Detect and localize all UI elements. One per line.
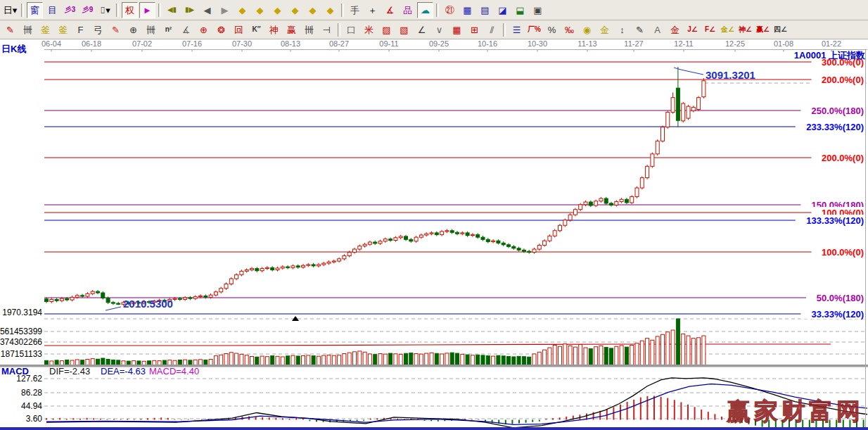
volume-bar	[55, 360, 58, 365]
volume-bar	[343, 353, 346, 365]
volume-bar	[512, 357, 516, 365]
candle	[50, 299, 53, 301]
volume-bar	[430, 353, 433, 365]
volume-bar	[153, 360, 156, 365]
volume-bar	[481, 355, 485, 365]
volume-bar	[687, 336, 690, 365]
volume-bar	[322, 355, 326, 365]
date-tick-label: 11-27	[624, 39, 643, 48]
volume-bar	[568, 346, 572, 365]
volume-bar	[184, 360, 187, 365]
candle	[255, 269, 259, 271]
volume-bar	[671, 330, 675, 365]
app-window: 日▾窗目彡3彡9⌷▾权►◀▮▮▶◀▶◆◆◆◆◆◆手＋∡品☁㉑▦▤◪⬓▣ ✎卌釜釜…	[0, 0, 868, 430]
candle	[383, 239, 387, 241]
volume-bar	[553, 345, 556, 365]
candle	[363, 244, 366, 246]
candle	[374, 242, 377, 244]
candle	[599, 198, 603, 201]
volume-bar	[440, 354, 444, 365]
candle	[702, 81, 706, 97]
volume-bar	[281, 357, 284, 365]
volume-bar	[676, 319, 679, 365]
candle	[312, 265, 315, 266]
volume-bar	[682, 334, 685, 365]
date-tick-label: 11-13	[577, 39, 596, 48]
candle	[394, 238, 397, 241]
candle	[481, 237, 485, 239]
volume-bar	[276, 356, 279, 365]
percent-level-label: 33.33%(120)	[812, 309, 864, 320]
candle	[430, 233, 433, 234]
candle	[497, 241, 500, 243]
date-tick-label: 10-30	[528, 39, 547, 48]
volume-bar	[65, 360, 69, 365]
volume-bar	[445, 353, 449, 365]
volume-bar	[137, 361, 141, 365]
volume-bar	[435, 353, 438, 365]
candle	[625, 199, 628, 203]
volume-bar	[317, 356, 320, 365]
bottom-edge-bar	[0, 427, 868, 430]
main-chart-pane[interactable]	[44, 51, 865, 319]
volume-bar	[224, 353, 228, 365]
candle	[378, 241, 382, 244]
candle	[404, 236, 408, 239]
volume-bar	[168, 360, 172, 365]
candle	[229, 279, 233, 284]
candle	[419, 235, 423, 237]
candle	[461, 233, 464, 234]
candle	[106, 298, 110, 303]
date-tick-label: 10-16	[478, 39, 497, 48]
candle	[70, 297, 74, 300]
date-tick-label: 07-02	[132, 39, 152, 48]
date-tick-label: 09-11	[379, 39, 398, 48]
percent-level-label: 50.0%(180)	[817, 293, 864, 303]
volume-bar	[697, 338, 701, 365]
volume-bar	[158, 361, 161, 365]
volume-bar	[117, 360, 120, 365]
candle	[559, 225, 562, 231]
date-tick-label: 06-18	[82, 39, 101, 48]
volume-bar	[338, 355, 341, 365]
volume-bar	[466, 355, 469, 365]
volume-bar	[240, 354, 243, 365]
candle	[563, 220, 567, 226]
volume-bar	[661, 334, 665, 365]
volume-bar	[579, 345, 582, 365]
price-scale-label: 1970.3194	[2, 308, 42, 317]
candle	[425, 234, 428, 235]
candle	[676, 88, 679, 120]
candle	[568, 215, 572, 220]
candle	[111, 303, 115, 303]
volume-bar	[625, 347, 628, 365]
candle	[235, 274, 238, 279]
candle	[522, 250, 525, 251]
candle	[553, 231, 556, 236]
dif-value: DIF=-2.43	[49, 366, 90, 377]
candle	[537, 245, 541, 249]
volume-bar	[702, 336, 706, 365]
candle	[276, 268, 279, 270]
volume-bar	[620, 346, 623, 365]
candle	[281, 267, 284, 268]
date-tick-label: 01-22	[822, 39, 841, 48]
candle	[635, 188, 639, 197]
volume-bar	[559, 346, 562, 365]
volume-bar	[332, 355, 336, 365]
candle	[296, 266, 300, 267]
candle	[101, 293, 105, 298]
volume-bar	[327, 355, 331, 365]
candle	[604, 198, 608, 203]
volume-bar	[368, 354, 371, 365]
candle	[682, 103, 685, 121]
candle	[548, 236, 551, 241]
candle	[476, 234, 480, 237]
volume-bar	[419, 354, 423, 365]
volume-bar	[528, 357, 531, 365]
candle	[466, 233, 469, 236]
volume-bar	[378, 353, 382, 365]
volume-bar	[476, 355, 480, 365]
percent-level-label: 250.0%(180)	[812, 106, 864, 116]
volume-bar	[250, 357, 254, 365]
